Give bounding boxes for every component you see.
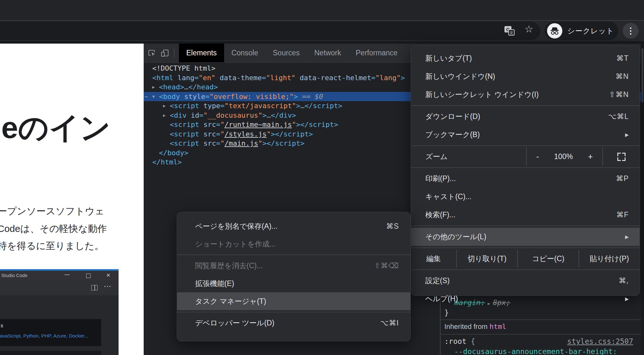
section-divider <box>441 334 641 335</box>
expand-arrow-icon[interactable]: ▶ <box>152 82 159 92</box>
menu-item-shortcut: ⌘P <box>616 174 629 183</box>
node-actions-icon[interactable]: ⋯ <box>145 92 147 101</box>
minimize-icon: — <box>65 272 70 277</box>
menu-item-label: 設定(S) <box>425 276 450 286</box>
css-variable-declaration[interactable]: --docusaurus-announcement-bar-height: <box>454 347 617 355</box>
incognito-badge: シークレット <box>545 22 618 40</box>
context-menu-item-create-shortcut: ショートカットを作成... <box>177 235 410 253</box>
context-menu-item-task-manager[interactable]: タスク マネージャ(T) <box>177 292 410 310</box>
main-menu-item-paste[interactable]: 貼り付け(P) <box>579 250 640 268</box>
css-rule-root[interactable]: :root { styles.css:2507 <box>444 337 638 346</box>
devtools-tabs: ElementsConsoleSourcesNetworkPerformance <box>179 44 405 62</box>
main-menu-separator <box>411 247 640 248</box>
main-menu-item-more-tools[interactable]: その他のツール(L)▶ <box>411 228 640 246</box>
menu-item-label: 印刷(P)... <box>425 174 456 184</box>
main-menu-item-settings[interactable]: 設定(S)⌘, <box>411 272 640 290</box>
scrollbar-thumb[interactable] <box>641 48 643 102</box>
vscode-partial-text: s <box>1 323 3 329</box>
context-menu-item-clear-browsing-data: 閲覧履歴を消去(C)...⇧⌘⌫ <box>177 257 410 275</box>
page-paragraph: ープンソースソフトウェCodeは、その軽快な動作持を得るに至りました。 <box>0 203 107 255</box>
stylesheet-link[interactable]: styles.css:2507 <box>567 337 633 346</box>
main-menu-item-cut[interactable]: 切り取り(T) <box>457 250 517 268</box>
main-menu-separator <box>411 105 640 106</box>
menu-item-shortcut: ⇧⌘N <box>609 90 629 99</box>
zoom-label: ズーム <box>425 152 448 162</box>
incognito-icon <box>547 23 562 38</box>
inspect-element-icon[interactable] <box>148 49 156 57</box>
tab-strip <box>0 0 644 20</box>
main-menu-item-new-tab[interactable]: 新しいタブ(T)⌘T <box>411 49 640 67</box>
device-toolbar-icon[interactable] <box>161 49 169 57</box>
section-divider <box>441 319 641 320</box>
menu-item-label: タスク マネージャ(T) <box>195 296 266 306</box>
menu-item-shortcut: ⌘F <box>616 211 629 219</box>
devtools-tab-elements[interactable]: Elements <box>179 44 224 62</box>
toolbar-divider <box>174 49 175 58</box>
browser-menu-button[interactable]: ⋮ <box>623 23 639 39</box>
main-menu-separator <box>411 167 640 168</box>
translate-icon[interactable]: G 文 <box>504 26 515 37</box>
submenu-arrow-icon: ▶ <box>625 234 629 240</box>
fullscreen-button[interactable] <box>603 148 640 166</box>
main-menu-item-print[interactable]: 印刷(P)...⌘P <box>411 170 640 188</box>
zoom-in-button[interactable]: + <box>588 152 593 162</box>
menu-item-label: ダウンロード(D) <box>425 112 480 122</box>
menu-item-shortcut: ⌥⌘I <box>380 319 399 327</box>
expand-arrow-icon[interactable]: ▶ <box>163 101 170 111</box>
vscode-screenshot: Studio Code — ✕ ⋯ s avaScript, Python, P… <box>0 269 119 355</box>
devtools-tab-network[interactable]: Network <box>307 44 348 62</box>
main-menu-item-new-incognito-window[interactable]: 新しいシークレット ウインドウ(I)⇧⌘N <box>411 86 640 104</box>
main-menu-item-copy[interactable]: コピー(C) <box>518 250 578 268</box>
maximize-icon <box>86 274 91 278</box>
menu-item-label: ショートカットを作成... <box>195 239 276 249</box>
page-paragraph-line: ープンソースソフトウェ <box>0 203 107 220</box>
expand-arrow-icon[interactable]: ▶ <box>163 111 170 120</box>
menu-item-label: ブックマーク(B) <box>425 130 480 140</box>
bookmark-star-icon[interactable]: ☆ <box>524 24 533 34</box>
page-content: deのイン ープンソースソフトウェCodeは、その軽快な動作持を得るに至りました… <box>0 44 144 355</box>
toolbar-bottom-border <box>0 41 644 44</box>
context-menu-item-save-page-as[interactable]: ページを別名で保存(A)...⌘S <box>177 217 410 235</box>
zoom-out-button[interactable]: - <box>536 152 539 162</box>
browser-main-menu: 新しいタブ(T)⌘T新しいウインドウ(N)⌘N新しいシークレット ウインドウ(I… <box>411 45 640 296</box>
main-menu-item-bookmarks[interactable]: ブックマーク(B)▶ <box>411 126 640 144</box>
collapse-arrow-icon[interactable]: ▼ <box>152 92 159 101</box>
devtools-tab-performance[interactable]: Performance <box>348 44 405 62</box>
menu-item-label: キャスト(C)... <box>425 192 471 202</box>
address-bar[interactable] <box>0 22 540 40</box>
context-menu-item-extensions[interactable]: 拡張機能(E) <box>177 275 410 292</box>
inherited-selector[interactable]: html <box>490 323 506 331</box>
main-menu-item-cast[interactable]: キャスト(C)... <box>411 188 640 206</box>
zoom-level: 100% <box>554 152 573 161</box>
main-menu-separator <box>411 226 640 226</box>
main-menu-separator <box>411 269 640 270</box>
menu-item-shortcut: ⌘N <box>615 72 629 81</box>
more-actions-icon: ⋯ <box>104 282 111 291</box>
devtools-tab-console[interactable]: Console <box>224 44 265 62</box>
main-menu-item-help[interactable]: ヘルプ(H)▶ <box>411 290 640 308</box>
page-paragraph-line: 持を得るに至りました。 <box>0 237 107 255</box>
vscode-language-links: avaScript, Python, PHP, Azure, Docker... <box>0 333 88 339</box>
context-menu-item-developer-tools[interactable]: デベロッパー ツール(D)⌥⌘I <box>177 314 410 332</box>
rule-close-brace: } <box>444 308 449 317</box>
menu-item-label: ページを別名で保存(A)... <box>195 221 277 231</box>
menu-item-label: 新しいウインドウ(N) <box>425 72 495 81</box>
kebab-menu-icon: ⋮ <box>627 27 635 35</box>
vscode-title: Studio Code <box>1 273 28 278</box>
page-paragraph-line: Codeは、その軽快な動作 <box>0 220 107 238</box>
edit-label: 編集 <box>411 250 456 268</box>
vscode-editor-toolbar: ⋯ <box>0 281 119 295</box>
more-tools-submenu: ページを別名で保存(A)...⌘Sショートカットを作成...閲覧履歴を消去(C)… <box>177 212 411 341</box>
submenu-arrow-icon: ▶ <box>625 296 629 302</box>
main-menu-item-downloads[interactable]: ダウンロード(D)⌥⌘L <box>411 108 640 126</box>
main-menu-item-zoom: ズーム-100%+ <box>411 148 640 166</box>
devtools-tab-sources[interactable]: Sources <box>265 44 307 62</box>
browser-window: G 文 ☆ シークレット ⋮ deのイン ープンソースソフトウェCodeは、その… <box>0 0 644 355</box>
page-heading: deのイン <box>0 109 111 147</box>
menu-item-shortcut: ⌘, <box>619 276 629 285</box>
main-menu-item-find[interactable]: 検索(F)...⌘F <box>411 206 640 224</box>
main-menu-item-new-window[interactable]: 新しいウインドウ(N)⌘N <box>411 67 640 86</box>
main-menu-item-edit: 編集切り取り(T)コピー(C)貼り付け(P) <box>411 250 640 268</box>
devtools-scrollbar[interactable] <box>641 44 644 355</box>
menu-item-label: 新しいシークレット ウインドウ(I) <box>425 90 539 100</box>
